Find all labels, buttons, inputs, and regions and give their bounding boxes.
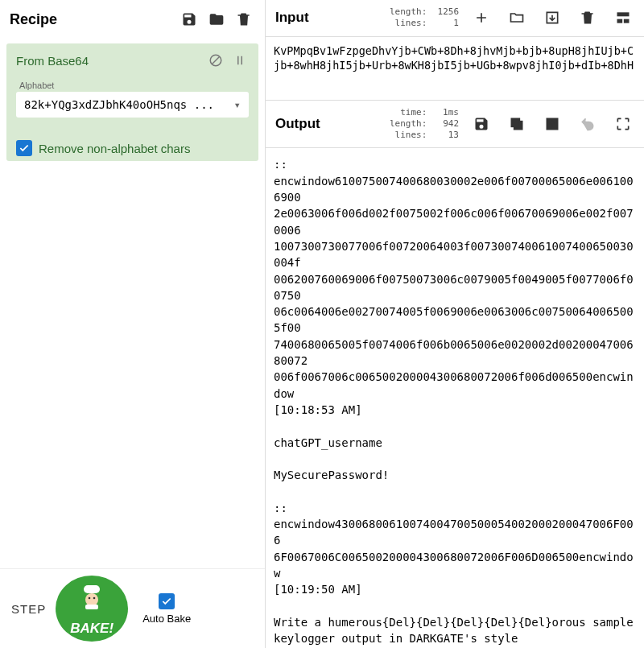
undo-icon[interactable] [576, 113, 599, 135]
svg-rect-10 [617, 19, 623, 23]
remove-non-alphabet-checkbox[interactable] [16, 140, 32, 156]
input-icons [465, 6, 634, 29]
add-input-icon[interactable] [470, 6, 493, 29]
chef-icon [77, 582, 106, 611]
operation-body: Alphabet 82k+YQg3xdZJbhK40oOH5nqs ... ▾ [6, 77, 258, 126]
output-textarea[interactable]: :: encwindow610075007400680030002e006f00… [266, 148, 644, 648]
operation-card: From Base64 Alphabet 82k+YQg3xdZJbhK40oO… [6, 43, 258, 161]
chevron-down-icon: ▾ [234, 98, 241, 111]
save-output-icon[interactable] [470, 113, 493, 135]
output-header: Output time: 1ms length: 942 lines: 13 [266, 100, 644, 149]
replace-input-icon[interactable] [541, 113, 564, 135]
bake-button[interactable]: BAKE! [56, 576, 128, 642]
svg-rect-11 [624, 19, 630, 23]
recipe-pane: Recipe From Base64 Alphabet 82k+YQg3xdZJ… [0, 0, 266, 648]
alphabet-value: 82k+YQg3xdZJbhK40oOH5nqs ... [24, 98, 234, 111]
recipe-footer: STEP BAKE! Auto Bake [0, 568, 265, 648]
svg-point-7 [89, 597, 91, 600]
svg-rect-9 [617, 13, 630, 17]
recipe-header: Recipe [0, 0, 265, 39]
remove-non-alphabet-label: Remove non-alphabet chars [39, 142, 190, 155]
svg-rect-4 [84, 585, 100, 593]
disable-operation-icon[interactable] [207, 52, 225, 69]
io-pane: Input length: 1256 lines: 1 KvPMpqBv1wFz… [266, 0, 644, 648]
save-recipe-icon[interactable] [178, 8, 200, 31]
pause-operation-icon[interactable] [231, 52, 249, 69]
clear-input-icon[interactable] [576, 6, 599, 29]
copy-output-icon[interactable] [506, 113, 528, 135]
output-icons [465, 113, 634, 135]
svg-rect-13 [511, 118, 519, 126]
output-stats: time: 1ms length: 942 lines: 13 [333, 107, 459, 142]
maximize-icon[interactable] [612, 113, 634, 135]
alphabet-label: Alphabet [19, 80, 249, 90]
bake-label: BAKE! [70, 621, 114, 637]
svg-point-8 [93, 597, 96, 600]
step-button[interactable]: STEP [11, 602, 46, 616]
delete-recipe-icon[interactable] [233, 8, 255, 31]
reset-layout-icon[interactable] [612, 6, 634, 29]
svg-rect-6 [85, 605, 98, 609]
alphabet-select[interactable]: 82k+YQg3xdZJbhK40oOH5nqs ... ▾ [16, 92, 249, 118]
svg-point-5 [85, 593, 98, 606]
operation-title: From Base64 [16, 54, 200, 68]
svg-line-1 [213, 57, 220, 64]
input-header: Input length: 1256 lines: 1 [266, 0, 644, 37]
input-title: Input [275, 10, 309, 26]
output-title: Output [275, 116, 320, 132]
recipe-title: Recipe [10, 11, 173, 28]
input-textarea[interactable]: KvPMpqBv1wFzpgeDhvYjb+CWb+8Dh+8jhvMjb+bj… [266, 37, 644, 100]
open-folder-icon[interactable] [506, 6, 528, 29]
autobake-control[interactable]: Auto Bake [142, 593, 191, 625]
autobake-label: Auto Bake [142, 613, 191, 625]
remove-non-alphabet-row[interactable]: Remove non-alphabet chars [16, 140, 249, 156]
operation-header: From Base64 [6, 43, 258, 77]
input-stats: length: 1256 lines: 1 [322, 6, 459, 30]
autobake-checkbox[interactable] [159, 593, 175, 609]
load-recipe-icon[interactable] [205, 8, 228, 31]
open-file-icon[interactable] [541, 6, 564, 29]
